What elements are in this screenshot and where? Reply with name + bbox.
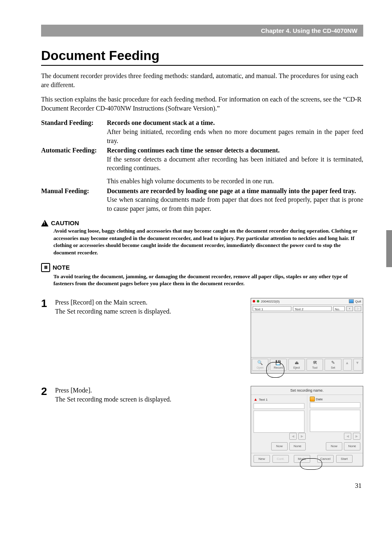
page-title: Document Feeding — [41, 48, 363, 63]
feeding-automatic-label: Automatic Feeding: — [41, 146, 107, 173]
caution-title: CAUTION — [51, 219, 79, 226]
step-2-line2: The Set recording mode screen is display… — [55, 395, 242, 404]
feeding-automatic: Automatic Feeding: Recording continues e… — [41, 146, 363, 173]
tool-icon: 🛠 — [307, 360, 323, 366]
nav-down-button[interactable]: ▾ — [353, 359, 362, 371]
feeding-automatic-body1: If the sensor detects a document after r… — [107, 156, 363, 172]
status-indicator-icon — [257, 300, 259, 302]
date-input[interactable] — [310, 402, 361, 408]
quit-label: Quit — [355, 299, 361, 304]
feeding-standard-label: Standard Feeding: — [41, 118, 107, 145]
date-next-button[interactable]: ▶ — [353, 433, 360, 440]
cancel-button[interactable]: Cancel — [317, 455, 334, 463]
step-1-number: 1 — [41, 298, 55, 378]
date-prev-button[interactable]: ◀ — [344, 433, 351, 440]
record-label: Record — [270, 366, 286, 370]
date-list[interactable] — [310, 410, 361, 432]
feeding-automatic-extra: This enables high volume documents to be… — [41, 177, 363, 186]
set-label: Set — [325, 366, 341, 370]
set-icon: ✎ — [325, 360, 341, 366]
start-button[interactable]: Start — [336, 455, 353, 463]
record-button[interactable]: 💾 Record — [270, 359, 286, 371]
quit-icon — [349, 299, 354, 303]
set-recording-screenshot: Set recording name. ▲ Text 1 — [251, 386, 363, 466]
no-down-button[interactable]: ▾ — [346, 306, 353, 311]
step-2: 2 Press [Mode]. The Set recording mode s… — [41, 386, 363, 470]
side-tab — [386, 230, 392, 267]
text1-prev-button[interactable]: ◀ — [289, 433, 297, 440]
mode-button[interactable]: Mode — [294, 455, 310, 463]
feeding-standard-body: After being initiated, recording ends wh… — [107, 128, 363, 144]
text1-field[interactable]: Text 1 — [253, 306, 291, 311]
text1-now-button[interactable]: Now — [271, 442, 288, 450]
feeding-manual: Manual Feeding: Documents are recorded b… — [41, 187, 363, 213]
date-header: Date — [316, 397, 323, 402]
date-none-button[interactable]: None — [344, 442, 360, 450]
text1-list[interactable] — [254, 411, 304, 433]
open-button[interactable]: 🔍 Open — [252, 359, 268, 371]
new-button[interactable]: New — [254, 455, 270, 463]
caution-block: CAUTION Avoid wearing loose, baggy cloth… — [41, 219, 363, 256]
note-title: NOTE — [53, 264, 70, 271]
chapter-header: Chapter 4. Using the CD-4070NW — [41, 25, 363, 37]
text1-next-button[interactable]: ▶ — [298, 433, 306, 440]
note-icon: ≣ — [41, 263, 50, 272]
quit-button[interactable]: Quit — [349, 299, 361, 304]
text2-field[interactable]: Text 2 — [293, 306, 332, 311]
step-1: 1 Press [Record] on the Main screen. The… — [41, 298, 363, 378]
feeding-automatic-body2: This enables high volume documents to be… — [107, 178, 274, 185]
intro-paragraph-2: This section explains the basic procedur… — [41, 95, 363, 113]
step-2-line1: Press [Mode]. — [55, 386, 242, 395]
feeding-automatic-head: Recording continues each time the sensor… — [107, 147, 280, 154]
note-body: To avoid tearing the document, jamming, … — [53, 273, 363, 287]
caution-body: Avoid wearing loose, baggy clothing and … — [53, 227, 363, 256]
calendar-icon — [310, 397, 315, 402]
feeding-standard: Standard Feeding: Records one document s… — [41, 118, 363, 145]
disc-id-label: 20040222(0) — [261, 299, 279, 304]
page-number: 31 — [41, 482, 363, 489]
step-1-line1: Press [Record] on the Main screen. — [55, 298, 242, 307]
text1-marker-icon: ▲ — [254, 397, 258, 402]
eject-button[interactable]: ⏏ Eject — [288, 359, 305, 371]
step-1-line2: The Set recording name screen is display… — [55, 307, 242, 316]
set-recording-title: Set recording name. — [251, 386, 363, 395]
text1-header: Text 1 — [259, 397, 267, 402]
set-button[interactable]: ✎ Set — [325, 359, 341, 371]
tool-label: Tool — [307, 366, 323, 370]
preview-area — [251, 313, 363, 357]
open-icon: 🔍 — [252, 360, 268, 366]
feeding-manual-head: Documents are recorded by loading one pa… — [107, 187, 356, 194]
text1-none-button[interactable]: None — [289, 442, 306, 450]
feeding-manual-body: Use when scanning documents made from pa… — [107, 196, 363, 212]
warning-icon — [41, 220, 48, 226]
text1-input[interactable] — [254, 403, 304, 409]
feeding-manual-label: Manual Feeding: — [41, 187, 107, 213]
eject-icon: ⏏ — [289, 360, 304, 366]
record-indicator-icon — [253, 300, 255, 302]
feeding-standard-head: Records one document stack at a time. — [107, 119, 215, 126]
title-rule — [41, 65, 363, 66]
eject-label: Eject — [289, 366, 304, 370]
nav-up-button[interactable]: ▴ — [343, 359, 352, 371]
note-block: ≣ NOTE To avoid tearing the document, ja… — [41, 263, 363, 287]
intro-paragraph-1: The document recorder provides three fee… — [41, 72, 363, 89]
tool-button[interactable]: 🛠 Tool — [307, 359, 323, 371]
next-button[interactable]: ▷ — [355, 306, 361, 311]
record-icon: 💾 — [270, 360, 286, 366]
no-field[interactable]: No. — [333, 306, 345, 311]
main-screen-screenshot: 20040222(0) Quit Text 1 Text 2 No. ▾ — [251, 298, 363, 374]
date-now-button[interactable]: Now — [326, 442, 342, 450]
cont-button[interactable]: Cont. — [272, 455, 289, 463]
step-2-number: 2 — [41, 386, 55, 470]
open-label: Open — [252, 366, 268, 370]
